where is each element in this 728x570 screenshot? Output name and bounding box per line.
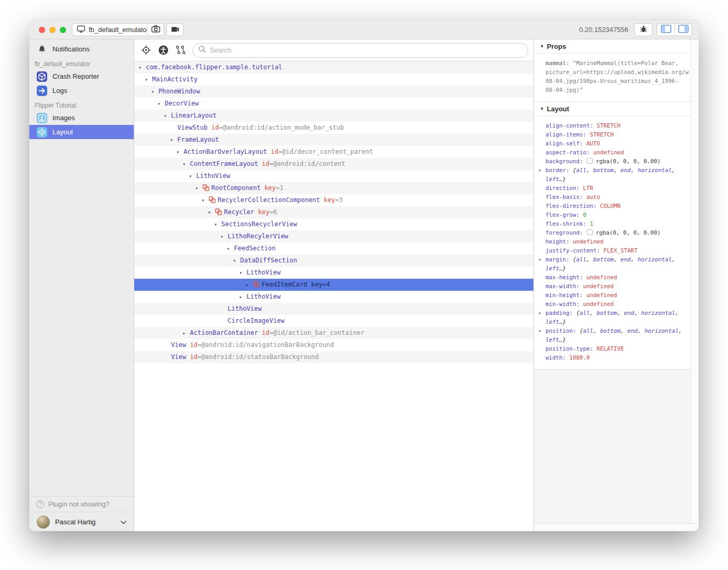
prop-value[interactable]: AUTO (586, 140, 600, 147)
device-selector-button[interactable]: fb_default_emulator (72, 23, 155, 36)
tree-expander-icon[interactable]: ▾ (189, 170, 196, 182)
tree-node-lithoview[interactable]: LithoView (134, 303, 533, 315)
tree-node-lithoview[interactable]: ▾LithoView (134, 170, 533, 182)
tree-node-view[interactable]: View id=@android:id/statusBarBackground (134, 351, 533, 363)
tree-node-framelayout[interactable]: ▾FrameLayout (134, 134, 533, 146)
horizontal-scrollbar[interactable] (534, 523, 699, 531)
accessibility-icon[interactable] (158, 45, 168, 56)
tree-expander-icon[interactable]: ▾ (164, 110, 171, 122)
tree-node-contentframelayout[interactable]: ▾ContentFrameLayout id=@android:id/conte… (134, 158, 533, 170)
tree-node-linearlayout[interactable]: ▾LinearLayout (134, 110, 533, 122)
tree-expander-icon[interactable]: ▾ (208, 206, 215, 218)
attr-value: =@android:id/action_mode_bar_stub (219, 124, 344, 131)
tree-expander-icon[interactable]: ▾ (233, 255, 240, 267)
prop-value[interactable]: FLEX_START (604, 247, 638, 254)
tree-node-label: View (171, 341, 186, 349)
tree-node-label: FeedItemCard (262, 281, 307, 288)
expand-icon[interactable]: ▸ (539, 326, 541, 335)
sidebar-item-images[interactable]: Images (29, 111, 134, 125)
tree-expander-icon[interactable]: ▾ (183, 158, 190, 170)
prop-value[interactable]: LTR (583, 185, 594, 192)
tree-expander-icon[interactable]: ▾ (214, 218, 221, 230)
tree-expander-icon[interactable]: ▸ (183, 327, 190, 339)
layout-prop-max-width: max-width: undefined (545, 282, 689, 291)
expand-tree-icon[interactable] (175, 45, 186, 56)
prop-value[interactable]: undefined (586, 274, 617, 281)
props-section-header[interactable]: ▾ Props (534, 39, 691, 54)
report-bug-button[interactable] (634, 23, 652, 36)
minimize-window-button[interactable] (49, 27, 56, 33)
screenshot-button[interactable] (147, 23, 164, 36)
prop-value[interactable]: rgba(0, 0, 0, 0.00) (596, 229, 661, 236)
plugin-help-link[interactable]: ? Plugin not showing? (29, 496, 134, 512)
tree-expander-icon[interactable]: ▾ (195, 182, 202, 194)
tree-node-com.facebook.flipper.sample.tutorial[interactable]: ▾com.facebook.flipper.sample.tutorial (134, 61, 533, 73)
tree-node-datadiffsection[interactable]: ▾DataDiffSection (134, 255, 533, 267)
prop-value[interactable]: STRETCH (590, 131, 614, 138)
tree-node-sectionsrecyclerview[interactable]: ▾SectionsRecyclerView (134, 218, 533, 230)
tree-node-view[interactable]: View id=@android:id/navigationBarBackgro… (134, 339, 533, 351)
tree-expander-icon[interactable]: ▾ (157, 98, 165, 110)
prop-value[interactable]: COLUMN (600, 203, 620, 209)
toggle-right-panel-button[interactable] (675, 24, 692, 36)
user-menu[interactable]: Pascal Hartig (29, 512, 134, 531)
expand-icon[interactable]: ▸ (539, 166, 541, 175)
prop-value[interactable]: undefined (583, 283, 614, 290)
tree-node-viewstub[interactable]: ViewStub id=@android:id/action_mode_bar_… (134, 122, 533, 134)
tree-node-recyclercollectioncomponent[interactable]: ▾RecyclerCollectionComponent key=3 (134, 194, 533, 206)
prop-value[interactable]: auto (586, 194, 600, 200)
prop-value[interactable]: 1 (590, 220, 594, 227)
expand-icon[interactable]: ▸ (539, 255, 541, 264)
tree-node-circleimageview[interactable]: CircleImageView (134, 315, 533, 327)
tree-node-decorview[interactable]: ▾DecorView (134, 98, 533, 110)
prop-value[interactable]: 0 (583, 212, 587, 218)
tree-expander-icon[interactable]: ▾ (138, 61, 146, 73)
tree-node-mainactivity[interactable]: ▾MainActivity (134, 73, 533, 86)
prop-value[interactable]: 1080.0 (570, 354, 590, 361)
tree-expander-icon[interactable]: ▾ (227, 242, 234, 255)
prop-value[interactable]: undefined (583, 301, 614, 308)
tree-expander-icon[interactable]: ▾ (220, 230, 228, 242)
toggle-left-panel-button[interactable] (657, 24, 675, 36)
prop-value[interactable]: STRETCH (597, 122, 621, 129)
prop-value[interactable]: undefined (573, 238, 604, 245)
tree-node-lithorecylerview[interactable]: ▾LithoRecylerView (134, 230, 533, 242)
search-input[interactable] (210, 46, 522, 54)
comma: , (593, 328, 600, 334)
tree-node-lithoview[interactable]: ▸LithoView (134, 291, 533, 303)
tree-expander-icon[interactable]: ▾ (201, 194, 209, 206)
vertical-scrollbar[interactable] (691, 39, 699, 523)
element-picker-icon[interactable] (141, 45, 151, 56)
comma: , (620, 328, 627, 334)
tree-node-phonewindow[interactable]: ▾PhoneWindow (134, 86, 533, 98)
record-video-button[interactable] (166, 23, 184, 36)
prop-value[interactable]: rgba(0, 0, 0, 0.00) (596, 158, 661, 165)
tree-expander-icon[interactable]: ▾ (151, 86, 158, 98)
expand-icon[interactable]: ▸ (539, 309, 541, 318)
layout-prop-flex-basis: flex-basis: auto (545, 193, 689, 202)
prop-value[interactable]: undefined (593, 149, 624, 156)
tree-expander-icon[interactable]: ▾ (145, 73, 152, 86)
attr-key: id (258, 329, 270, 336)
tree-node-lithoview[interactable]: ▾LithoView (134, 267, 533, 279)
prop-value[interactable]: RELATIVE (597, 345, 624, 352)
sidebar-item-notifications[interactable]: Notifications (29, 42, 134, 56)
sidebar-item-logs[interactable]: Logs (29, 83, 134, 98)
tree-expander-icon[interactable]: ▾ (170, 134, 177, 146)
zoom-window-button[interactable] (60, 27, 66, 33)
sidebar-item-crash-reporter[interactable]: Crash Reporter (29, 69, 134, 83)
tree-node-recycler[interactable]: ▾Recycler key=6 (134, 206, 533, 218)
layout-section-header[interactable]: ▾ Layout (534, 102, 691, 116)
tree-expander-icon[interactable]: ▸ (245, 279, 253, 291)
tree-expander-icon[interactable]: ▾ (176, 146, 184, 158)
sidebar-item-layout[interactable]: Layout (29, 125, 134, 139)
tree-node-actionbarcontainer[interactable]: ▸ActionBarContainer id=@id/action_bar_co… (134, 327, 533, 339)
tree-node-feedsection[interactable]: ▾FeedSection (134, 242, 533, 255)
tree-node-rootcomponent[interactable]: ▾RootComponent key=1 (134, 182, 533, 194)
tree-expander-icon[interactable]: ▸ (239, 291, 247, 303)
tree-node-feeditemcard[interactable]: ▸FeedItemCard key=4 (134, 279, 533, 291)
tree-expander-icon[interactable]: ▾ (239, 267, 247, 279)
prop-value[interactable]: undefined (586, 292, 617, 299)
close-window-button[interactable] (39, 27, 45, 33)
tree-node-actionbaroverlaylayout[interactable]: ▾ActionBarOverlayLayout id=@id/decor_con… (134, 146, 533, 158)
